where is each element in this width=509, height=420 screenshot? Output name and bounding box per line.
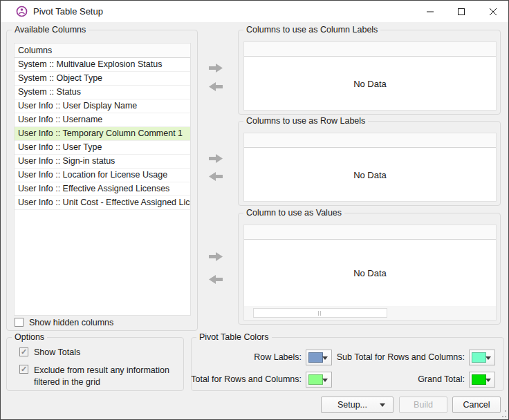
column-list-item[interactable]: User Info :: Sign-in status <box>15 155 190 169</box>
column-labels-list[interactable]: No Data <box>243 41 497 111</box>
sub-total-color-dropdown[interactable] <box>469 350 495 365</box>
arrow-left-icon <box>208 171 223 182</box>
chevron-down-icon <box>485 379 491 382</box>
row-labels-group: Columns to use as Row Labels No Data <box>238 121 501 206</box>
column-list-item[interactable]: System :: Multivalue Explosion Status <box>15 58 190 72</box>
column-list-item[interactable]: User Info :: User Display Name <box>15 99 190 113</box>
column-list-item[interactable]: User Info :: Username <box>15 113 190 127</box>
chevron-down-icon <box>380 403 385 407</box>
move-right-column-labels-button[interactable] <box>208 63 223 73</box>
row-labels-list[interactable]: No Data <box>243 133 497 202</box>
show-totals-checkbox[interactable]: ✓ Show Totals <box>19 347 80 358</box>
setup-button[interactable]: Setup... <box>321 397 394 413</box>
row-labels-drop-area[interactable]: No Data <box>244 148 496 201</box>
values-group: Column to use as Values No Data <box>238 213 501 325</box>
app-icon <box>16 6 28 17</box>
pivot-colors-group: Pivot Table Colors Row Labels: Sub Total… <box>191 337 504 391</box>
chevron-down-icon <box>485 356 491 360</box>
options-group: Options ✓ Show Totals ✓ Exclude from res… <box>6 337 184 391</box>
available-columns-group-label: Available Columns <box>12 25 89 35</box>
checkbox-box[interactable]: ✓ <box>19 365 28 374</box>
show-hidden-columns-checkbox[interactable]: ✓ Show hidden columns <box>15 318 113 328</box>
options-group-label: Options <box>12 332 47 343</box>
close-button[interactable] <box>477 1 508 22</box>
values-list-footer <box>244 306 496 320</box>
column-labels-drop-area[interactable]: No Data <box>244 57 496 110</box>
total-color-label: Total for Rows and Columns: <box>191 374 302 384</box>
build-button-label: Build <box>414 400 433 410</box>
column-item-label: System :: Object Type <box>18 73 102 83</box>
row-labels-list-header <box>244 133 496 148</box>
scrollbar-grip-icon <box>318 311 322 316</box>
column-item-label: System :: Status <box>18 87 81 97</box>
column-list-item[interactable]: User Info :: Unit Cost - Effective Assig… <box>15 196 190 210</box>
values-drop-area[interactable]: No Data <box>244 240 496 306</box>
sub-total-color-swatch <box>472 352 486 363</box>
row-labels-empty-text: No Data <box>244 169 496 180</box>
column-labels-group-label: Columns to use as Column Labels <box>243 25 380 35</box>
row-labels-color-dropdown[interactable] <box>306 350 332 365</box>
cancel-button-label: Cancel <box>463 400 490 410</box>
columns-list-body: System :: Multivalue Explosion StatusSys… <box>15 58 190 210</box>
columns-list-header[interactable]: Columns <box>15 44 190 58</box>
check-icon: ✓ <box>21 365 27 373</box>
exclude-filtered-checkbox[interactable]: ✓ Exclude from result any information fi… <box>19 365 181 388</box>
column-item-label: System :: Multivalue Explosion Status <box>18 59 162 69</box>
total-color-dropdown[interactable] <box>306 372 332 388</box>
grand-total-color-label: Grand Total: <box>418 374 465 384</box>
column-list-item[interactable]: User Info :: User Type <box>15 141 190 155</box>
column-item-label: User Info :: Username <box>18 115 102 124</box>
available-columns-list[interactable]: Columns System :: Multivalue Explosion S… <box>14 43 191 316</box>
column-list-item[interactable]: System :: Status <box>15 86 190 99</box>
build-button[interactable]: Build <box>399 397 447 413</box>
column-list-item[interactable]: User Info :: Effective Assigned Licenses <box>15 182 190 196</box>
move-left-values-button[interactable] <box>208 274 223 285</box>
column-list-item[interactable]: System :: Object Type <box>15 72 190 86</box>
window-title: Pivot Table Setup <box>33 6 103 17</box>
values-list-header <box>244 225 496 240</box>
show-totals-label: Show Totals <box>34 347 80 358</box>
move-left-column-labels-button[interactable] <box>208 82 223 92</box>
move-right-values-button[interactable] <box>208 251 223 262</box>
row-labels-color-label: Row Labels: <box>254 352 302 362</box>
move-left-row-labels-button[interactable] <box>208 171 223 182</box>
values-list[interactable]: No Data <box>243 225 497 321</box>
check-icon: ✓ <box>21 348 27 356</box>
column-list-item[interactable]: User Info :: Location for License Usage <box>15 169 190 182</box>
column-list-item[interactable]: User Info :: Temporary Column Comment 1 <box>15 127 190 141</box>
arrow-right-icon <box>208 153 223 164</box>
column-labels-group: Columns to use as Column Labels No Data <box>238 30 501 115</box>
grand-total-color-swatch <box>472 374 486 385</box>
arrow-right-icon <box>208 63 223 73</box>
row-labels-group-label: Columns to use as Row Labels <box>243 116 368 126</box>
close-icon <box>490 8 497 15</box>
column-item-label: User Info :: Sign-in status <box>18 156 115 166</box>
sub-total-color-label: Sub Total for Rows and Columns: <box>337 352 465 362</box>
maximize-button[interactable] <box>445 1 476 22</box>
move-right-row-labels-button[interactable] <box>208 153 223 164</box>
chevron-down-icon <box>322 356 328 360</box>
total-color-swatch <box>308 374 323 385</box>
checkbox-box[interactable]: ✓ <box>19 347 28 356</box>
grand-total-color-dropdown[interactable] <box>469 372 495 388</box>
column-item-label: User Info :: Temporary Column Comment 1 <box>18 128 183 138</box>
resize-grip[interactable] <box>499 410 506 417</box>
column-item-label: User Info :: Effective Assigned Licenses <box>18 184 169 193</box>
values-group-label: Column to use as Values <box>243 208 344 218</box>
horizontal-scrollbar[interactable] <box>253 308 387 318</box>
minimize-icon <box>427 8 434 15</box>
column-item-label: User Info :: User Type <box>18 142 102 152</box>
cancel-button[interactable]: Cancel <box>452 397 501 413</box>
available-columns-group: Available Columns Columns System :: Mult… <box>6 30 198 331</box>
checkbox-box[interactable]: ✓ <box>15 318 24 327</box>
show-hidden-columns-label: Show hidden columns <box>29 318 113 328</box>
column-item-label: User Info :: Location for License Usage <box>18 170 167 180</box>
pivot-table-setup-dialog: Pivot Table Setup Available Columns Colu… <box>0 0 509 420</box>
arrow-left-icon <box>208 82 223 92</box>
minimize-button[interactable] <box>414 1 445 22</box>
pivot-colors-group-label: Pivot Table Colors <box>196 332 272 343</box>
column-item-label: User Info :: Unit Cost - Effective Assig… <box>18 198 190 207</box>
chevron-down-icon <box>322 379 328 382</box>
exclude-filtered-label: Exclude from result any information filt… <box>34 365 181 388</box>
column-item-label: User Info :: User Display Name <box>18 101 137 111</box>
